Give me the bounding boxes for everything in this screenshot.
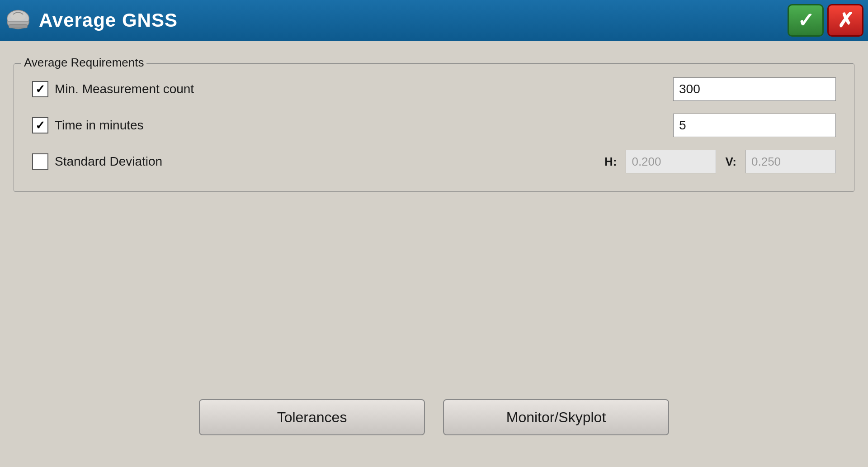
standard-deviation-checkbox[interactable] — [32, 153, 48, 170]
time-minutes-left: Time in minutes — [32, 117, 673, 133]
standard-deviation-right: H: V: — [604, 150, 836, 173]
time-minutes-input[interactable] — [673, 114, 836, 137]
svg-point-1 — [10, 12, 26, 20]
min-measurement-input[interactable] — [673, 77, 836, 101]
helmet-icon — [5, 7, 32, 34]
title-buttons: ✓ ✗ — [788, 4, 863, 37]
time-minutes-checkbox[interactable] — [32, 117, 48, 133]
v-input[interactable] — [745, 150, 836, 173]
min-measurement-checkbox[interactable] — [32, 81, 48, 97]
min-measurement-row: Min. Measurement count — [32, 77, 836, 101]
standard-deviation-label: Standard Deviation — [55, 154, 162, 169]
svg-rect-2 — [9, 24, 27, 28]
v-label: V: — [725, 155, 736, 169]
h-label: H: — [604, 155, 617, 169]
tolerances-button[interactable]: Tolerances — [199, 399, 425, 435]
main-content: Average Requirements Min. Measurement co… — [0, 41, 868, 467]
min-measurement-label: Min. Measurement count — [55, 82, 194, 96]
standard-deviation-row: Standard Deviation H: V: — [32, 150, 836, 173]
ok-button[interactable]: ✓ — [788, 4, 824, 37]
standard-deviation-left: Standard Deviation — [32, 153, 604, 170]
app-title: Average GNSS — [39, 10, 178, 31]
title-left: Average GNSS — [5, 7, 178, 34]
min-measurement-left: Min. Measurement count — [32, 81, 673, 97]
bottom-area: Tolerances Monitor/Skyplot — [14, 192, 854, 453]
x-icon: ✗ — [837, 10, 854, 30]
average-requirements-group: Average Requirements Min. Measurement co… — [14, 63, 854, 192]
time-minutes-right — [673, 114, 836, 137]
checkmark-icon: ✓ — [797, 10, 814, 30]
min-measurement-right — [673, 77, 836, 101]
time-minutes-row: Time in minutes — [32, 114, 836, 137]
time-minutes-label: Time in minutes — [55, 118, 144, 133]
h-input[interactable] — [626, 150, 716, 173]
title-bar: Average GNSS ✓ ✗ — [0, 0, 868, 41]
group-title: Average Requirements — [21, 56, 146, 70]
monitor-skyplot-button[interactable]: Monitor/Skyplot — [443, 399, 669, 435]
cancel-button[interactable]: ✗ — [827, 4, 863, 37]
